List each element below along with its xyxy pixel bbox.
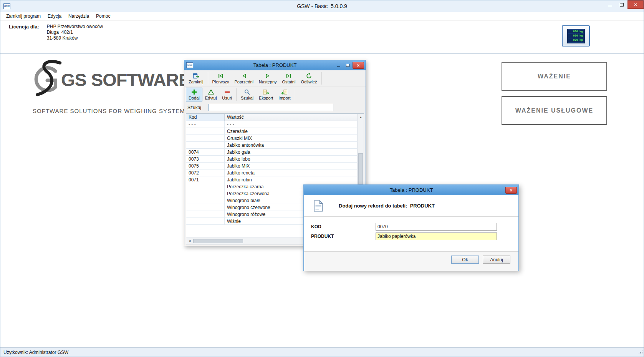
toolbar-button-szukaj[interactable]: Szukaj xyxy=(238,88,256,101)
table-row[interactable]: 0073Jabłko lobo xyxy=(186,156,357,163)
column-header-kod[interactable]: Kod xyxy=(186,114,225,121)
table-row[interactable]: Czereśnie xyxy=(186,128,357,135)
toolbar-button-label: Następny xyxy=(259,80,276,84)
horizontal-scroll-thumb[interactable] xyxy=(193,239,243,243)
menubar: Zamknij programEdycjaNarzędziaPomoc xyxy=(0,12,644,21)
resize-grip-icon[interactable] xyxy=(638,350,643,356)
toolbar-button-ostatni[interactable]: Ostatni xyxy=(280,71,298,85)
toolbar-button-label: Import xyxy=(278,96,290,100)
toolbar-button-label: Ostatni xyxy=(282,80,296,84)
license-header: Licencja dla: PHP Przetwórstwo owocówDłu… xyxy=(0,21,644,54)
license-lines: PHP Przetwórstwo owocówDługa 402/131-589… xyxy=(47,24,103,41)
cell-kod: 0074 xyxy=(186,149,225,155)
toolbar-button-poprzedni[interactable]: Poprzedni xyxy=(232,71,257,85)
weight-readout: 000 kg xyxy=(568,34,584,38)
license-block: Licencja dla: PHP Przetwórstwo owocówDłu… xyxy=(9,24,103,41)
toolbar-separator xyxy=(236,88,237,101)
menu-item-edycja[interactable]: Edycja xyxy=(44,12,65,20)
delete-icon xyxy=(224,89,230,95)
close-button[interactable]: ✕ xyxy=(627,0,644,9)
toolbar-button-edytuj[interactable]: Edytuj xyxy=(202,88,220,101)
table-minimize-button[interactable] xyxy=(335,62,343,69)
dialog-fields: KOD0070PRODUKTJabłko papierówka xyxy=(304,217,518,252)
menu-item-zamknij-program[interactable]: Zamknij program xyxy=(3,12,44,20)
scroll-left-arrow[interactable]: ◀ xyxy=(186,238,193,244)
weighing-indicator-button[interactable]: 000 kg000 kg000 kg xyxy=(562,25,590,46)
table-row[interactable]: 0075Jabłko MIX xyxy=(186,163,357,169)
license-line: 31-589 Kraków xyxy=(47,35,103,41)
toolbar-button-zamknij[interactable]: Zamknij xyxy=(186,71,206,85)
last-icon xyxy=(285,73,292,79)
toolbar-button-odswiez[interactable]: Odśwież xyxy=(298,71,320,85)
dialog-header: Dodaj nowy rekord do tabeli: PRODUKT xyxy=(304,195,518,217)
cell-wartosc: Jabłko antonówka xyxy=(225,142,357,148)
minimize-icon xyxy=(337,66,340,67)
weight-readout: 000 kg xyxy=(568,38,584,42)
table-maximize-button[interactable] xyxy=(344,62,351,69)
table-close-button[interactable]: ✕ xyxy=(353,62,364,69)
toolbar-button-usun[interactable]: Usuń xyxy=(219,88,235,101)
client-area: GS SOFTWARE SOFTWARE SOLUTIONS FOR WEIGH… xyxy=(0,54,644,347)
table-row[interactable]: 0072Jabłko reneta xyxy=(186,169,357,176)
edit-toolbar: DodajEdytujUsuńSzukajEksportImport xyxy=(184,86,366,102)
dialog-close-button[interactable]: ✕ xyxy=(505,187,517,194)
dialog-field-row: KOD0070 xyxy=(304,223,518,231)
cell-wartosc: Jabłko MIX xyxy=(225,163,357,169)
dialog-buttons: OkAnuluj xyxy=(304,252,518,271)
column-header-wartosc[interactable]: Wartość xyxy=(225,114,357,121)
cell-kod xyxy=(186,197,225,204)
table-window-icon: GSW xyxy=(186,62,193,68)
table-row[interactable]: Jabłko antonówka xyxy=(186,142,357,149)
exit-icon xyxy=(193,73,199,79)
wazenie-button[interactable]: WAŻENIE xyxy=(502,62,607,91)
logo-wordmark: GS SOFTWARE xyxy=(61,69,190,90)
table-window-titlebar: GSW Tabela : PRODUKT ✕ xyxy=(184,60,366,70)
toolbar-button-pierwszy[interactable]: Pierwszy xyxy=(210,71,232,85)
anuluj-button[interactable]: Anuluj xyxy=(483,256,510,264)
cell-wartosc: Jabłko rubin xyxy=(225,176,357,183)
toolbar-button-label: Pierwszy xyxy=(212,80,229,84)
search-input[interactable] xyxy=(208,104,333,111)
close-icon: ✕ xyxy=(634,2,637,7)
minimize-icon xyxy=(608,6,612,6)
menu-item-pomoc[interactable]: Pomoc xyxy=(93,12,114,20)
close-icon: ✕ xyxy=(510,188,513,193)
table-row[interactable]: - - -- - - xyxy=(186,121,357,128)
scroll-up-arrow[interactable]: ▲ xyxy=(358,114,364,120)
cell-kod: 0073 xyxy=(186,156,225,162)
ok-button[interactable]: Ok xyxy=(451,256,479,264)
toolbar-button-eksport[interactable]: Eksport xyxy=(256,88,276,101)
toolbar-button-nastepny[interactable]: Następny xyxy=(256,71,279,85)
vertical-scroll-thumb[interactable] xyxy=(358,153,363,184)
cell-kod xyxy=(186,183,225,190)
toolbar-button-dodaj[interactable]: Dodaj xyxy=(186,88,202,101)
close-icon: ✕ xyxy=(357,63,360,68)
gs-software-logo: GS SOFTWARE SOFTWARE SOLUTIONS FOR WEIGH… xyxy=(27,58,190,114)
cell-kod xyxy=(186,218,225,224)
add-icon xyxy=(191,89,197,95)
wazenie-uslugowe-button[interactable]: WAŻENIE USŁUGOWE xyxy=(502,96,607,125)
table-row[interactable]: 0071Jabłko rubin xyxy=(186,176,357,183)
minimize-button[interactable] xyxy=(604,0,616,9)
cell-kod xyxy=(186,142,225,148)
gs-logo-mark-icon xyxy=(27,58,63,101)
toolbar-button-label: Zamknij xyxy=(189,80,204,84)
cell-kod xyxy=(186,135,225,141)
edit-icon xyxy=(208,89,214,95)
maximize-button[interactable] xyxy=(616,0,627,9)
toolbar-button-import[interactable]: Import xyxy=(276,88,293,101)
cell-kod xyxy=(186,128,225,134)
cell-kod: 0071 xyxy=(186,176,225,183)
menu-item-narzedzia[interactable]: Narzędzia xyxy=(65,12,93,20)
cell-wartosc: Czereśnie xyxy=(225,128,357,134)
table-row[interactable]: Gruszki MIX xyxy=(186,135,357,142)
document-icon xyxy=(313,200,323,212)
field-input-produkt[interactable]: Jabłko papierówka xyxy=(376,232,497,240)
toolbar-button-label: Szukaj xyxy=(241,96,253,100)
field-input-kod[interactable]: 0070 xyxy=(376,223,497,231)
cell-kod: 0072 xyxy=(186,169,225,176)
cell-kod: 0075 xyxy=(186,163,225,169)
table-row[interactable]: 0074Jabłko gala xyxy=(186,149,357,156)
window-title: GSW - Basic 5.0.0.9 xyxy=(0,3,644,9)
cell-kod xyxy=(186,211,225,218)
